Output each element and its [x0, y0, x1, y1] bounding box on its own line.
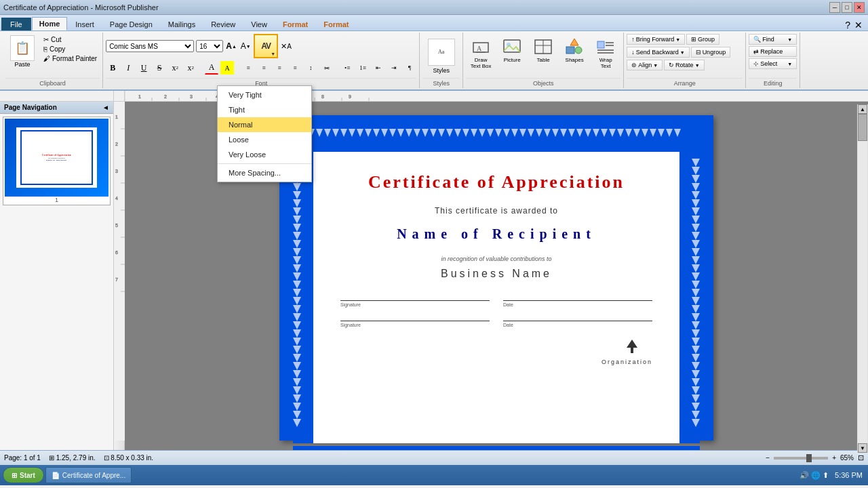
minimize-button[interactable]: ─ [829, 2, 840, 13]
bold-button[interactable]: B [106, 61, 119, 75]
draw-text-box-button[interactable]: A DrawText Box [466, 34, 496, 72]
menu-item-loose[interactable]: Loose [218, 132, 311, 147]
italic-button[interactable]: I [121, 61, 135, 75]
scissors-icon: ✂ [43, 36, 49, 43]
shrink-font-button[interactable]: A▼ [239, 40, 252, 52]
justify-small[interactable]: ≡ [288, 61, 302, 75]
table-button[interactable]: Table [528, 34, 558, 66]
superscript-button[interactable]: x2 [168, 61, 182, 75]
cert-signature-label-1: Signature [340, 302, 361, 307]
styles-group-label: Styles [422, 78, 460, 87]
draw-text-box-label: DrawText Box [471, 58, 492, 70]
close-button[interactable]: ✕ [854, 2, 865, 13]
paste-button[interactable]: 📋 Paste [5, 34, 39, 69]
tab-format2[interactable]: Format [316, 18, 356, 30]
page-thumbnail-1[interactable]: Certificate of Appreciation This certifi… [3, 117, 111, 205]
scroll-up-button[interactable]: ▲ [858, 104, 867, 114]
svg-text:2: 2 [164, 94, 167, 99]
subscript-button[interactable]: x2 [184, 61, 197, 75]
ungroup-button[interactable]: ⊟ Ungroup [691, 47, 731, 58]
maximize-button[interactable]: □ [842, 2, 852, 13]
page-info: Page: 1 of 1 [4, 454, 41, 462]
certificate-paper[interactable]: Certificate of Appreciation This certifi… [313, 152, 679, 443]
zoom-in-button[interactable]: + [832, 454, 836, 462]
zoom-out-button[interactable]: − [766, 454, 770, 462]
system-tray: 🔊 🌐 ⬆ 5:36 PM [797, 471, 865, 480]
picture-button[interactable]: Picture [497, 34, 527, 66]
title-bar-controls[interactable]: ─ □ ✕ [829, 2, 865, 13]
styles-button[interactable]: Aa Styles [425, 36, 458, 77]
scroll-down-button[interactable]: ▼ [858, 443, 867, 453]
taskbar-publisher-button[interactable]: 📄 Certificate of Appre... [45, 467, 132, 483]
show-para-small[interactable]: ¶ [403, 61, 416, 75]
menu-item-tight[interactable]: Tight [218, 102, 311, 117]
send-backward-button[interactable]: ↓ Send Backward ▼ [627, 47, 689, 58]
svg-text:3: 3 [190, 94, 193, 99]
wrap-text-button[interactable]: WrapText [591, 34, 620, 72]
character-spacing-button[interactable]: AV ▼ [254, 34, 278, 58]
copy-button[interactable]: ⎘ Copy [41, 45, 100, 54]
font-name-select[interactable]: Comic Sans MS [106, 40, 194, 52]
bullets-small[interactable]: •≡ [340, 61, 354, 75]
indent-dec-small[interactable]: ⇤ [372, 61, 385, 75]
font-size-select[interactable]: 16 [196, 40, 223, 52]
indent-inc-small[interactable]: ⇥ [387, 61, 401, 75]
start-button[interactable]: ⊞ Start [3, 467, 44, 483]
vertical-scrollbar[interactable]: ▲ ▼ [857, 104, 868, 453]
shapes-button[interactable]: Shapes [559, 34, 589, 66]
close-ribbon-icon[interactable]: ✕ [854, 20, 863, 30]
tab-review[interactable]: Review [203, 18, 243, 30]
underline-button[interactable]: U [137, 61, 151, 75]
select-button[interactable]: ⊹ Select ▼ [749, 58, 797, 69]
clear-formatting-button[interactable]: ✕A [280, 40, 292, 52]
align-button[interactable]: ⊜ Align ▼ [627, 60, 663, 70]
align-right-small[interactable]: ≡ [273, 61, 286, 75]
ruler-corner [0, 91, 114, 101]
font-row1: Comic Sans MS 16 A▲ A▼ AV ▼ ✕A [106, 34, 292, 58]
menu-item-very-loose[interactable]: Very Loose [218, 147, 311, 162]
fit-page-button[interactable]: ⊡ [858, 453, 864, 462]
numbering-small[interactable]: 1≡ [356, 61, 370, 75]
find-button[interactable]: 🔍 Find ▼ [749, 34, 797, 45]
tab-format1[interactable]: Format [275, 18, 315, 30]
strikethrough-button[interactable]: S [153, 61, 166, 75]
text-highlight-button[interactable]: A [220, 61, 234, 75]
tab-file[interactable]: File [1, 18, 31, 30]
group-button[interactable]: ⊞ Group [686, 34, 719, 45]
help-icon[interactable]: ? [845, 20, 850, 30]
zoom-thumb[interactable] [806, 454, 812, 462]
grow-font-button[interactable]: A▲ [225, 40, 237, 52]
draw-text-box-icon: A [470, 36, 492, 58]
bring-forward-button[interactable]: ↑ Bring Forward ▼ [627, 34, 685, 45]
line-spacing-small[interactable]: ↕ [304, 61, 317, 75]
columns-small[interactable]: ⫘ [319, 61, 333, 75]
taskbar: ⊞ Start 📄 Certificate of Appre... 🔊 🌐 ⬆ … [0, 465, 868, 485]
cut-button[interactable]: ✂ Cut [41, 35, 100, 44]
zoom-slider[interactable] [774, 457, 828, 460]
tab-insert[interactable]: Insert [68, 18, 102, 30]
cert-recognition: in recognition of valuable contributions… [340, 256, 652, 262]
svg-text:4: 4 [115, 196, 118, 201]
menu-item-more-spacing[interactable]: More Spacing... [218, 165, 311, 180]
replace-button[interactable]: ⇄ Replace [749, 46, 797, 57]
align-center-small[interactable]: ≡ [257, 61, 271, 75]
format-painter-button[interactable]: 🖌 Format Painter [41, 54, 100, 63]
font-color-button[interactable]: A [205, 61, 218, 75]
format-painter-icon: 🖌 [43, 55, 50, 62]
menu-item-normal[interactable]: Normal [218, 117, 311, 132]
menu-item-very-tight[interactable]: Very Tight [218, 87, 311, 102]
tab-mailings[interactable]: Mailings [161, 18, 203, 30]
tab-page-design[interactable]: Page Design [102, 18, 160, 30]
replace-icon: ⇄ [753, 48, 759, 55]
tab-home[interactable]: Home [32, 17, 68, 30]
vertical-ruler: 1 2 3 4 5 6 7 [114, 102, 125, 450]
svg-rect-36 [114, 102, 125, 441]
nav-pane-collapse-button[interactable]: ◄ [102, 104, 109, 111]
cert-org-name: Organization [601, 359, 652, 365]
right-border-svg [679, 152, 700, 443]
rotate-button[interactable]: ↻ Rotate ▼ [664, 60, 704, 70]
align-left-small[interactable]: ≡ [241, 61, 255, 75]
publisher-icon: 📄 [52, 472, 60, 479]
tab-view[interactable]: View [243, 18, 275, 30]
scroll-thumb[interactable] [858, 114, 867, 141]
